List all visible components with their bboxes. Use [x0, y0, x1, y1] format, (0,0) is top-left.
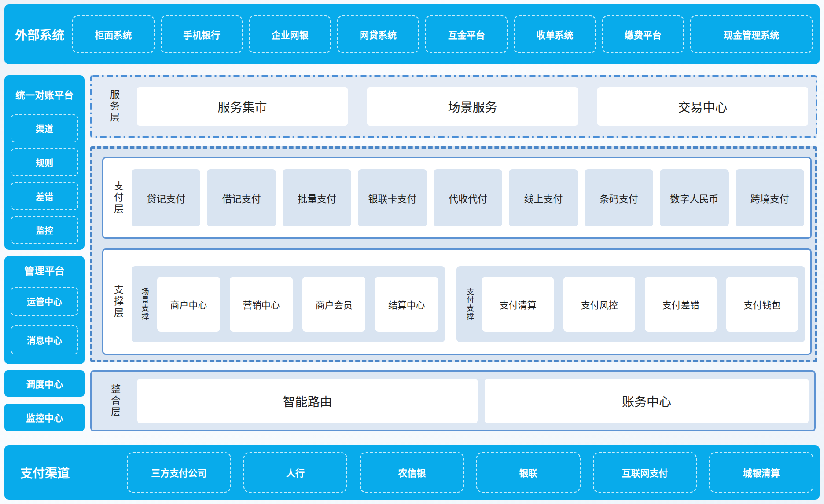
external-systems-bar: 外部系统 柜面系统 手机银行 企业网银 网贷系统 互金平台 收单系统 缴费平台 … — [4, 4, 820, 64]
payment-layer-items: 贷记支付 借记支付 批量支付 银联卡支付 代收代付 线上支付 条码支付 数字人民… — [132, 158, 810, 237]
payment-channels-title: 支付渠道 — [20, 464, 127, 481]
dispatch-center-box: 调度中心 — [4, 370, 85, 397]
payment-support-dashed-container: 支付层 贷记支付 借记支付 批量支付 银联卡支付 代收代付 线上支付 条码支付 … — [90, 146, 817, 362]
payment-item: 银联卡支付 — [358, 169, 427, 226]
support-layer-label: 支撑层 — [103, 250, 132, 354]
monitor-center-box: 监控中心 — [4, 404, 85, 431]
payment-layer-box: 支付层 贷记支付 借记支付 批量支付 银联卡支付 代收代付 线上支付 条码支付 … — [102, 157, 812, 239]
payment-support-item: 支付差错 — [645, 277, 717, 332]
payment-channel-item: 人行 — [243, 452, 348, 493]
payment-layer-label: 支付层 — [103, 158, 132, 237]
reconciliation-platform-block: 统一对账平台 渠道 规则 差错 监控 — [4, 75, 85, 250]
external-system-item: 收单系统 — [514, 15, 596, 53]
reconciliation-item: 监控 — [11, 216, 78, 244]
payment-item: 条码支付 — [585, 169, 653, 226]
scene-support-label: 场景支撑 — [132, 288, 157, 321]
payment-channel-item: 三方支付公司 — [127, 452, 231, 493]
support-layer-box: 支撑层 场景支撑 商户中心 营销中心 商户会员 结算中心 支付支撑 支付清算 — [102, 248, 812, 355]
payment-item: 数字人民币 — [660, 169, 728, 226]
external-systems-title: 外部系统 — [15, 26, 72, 43]
service-layer-panel: 服务层 服务集市 场景服务 交易中心 — [90, 75, 817, 138]
payment-support-items: 支付清算 支付风控 支付差错 支付钱包 — [482, 277, 805, 332]
reconciliation-item: 规则 — [11, 148, 78, 176]
management-item: 消息中心 — [11, 325, 78, 354]
payment-item: 代收代付 — [434, 169, 502, 226]
payment-channel-item: 城银清算 — [709, 452, 813, 493]
external-system-item: 缴费平台 — [602, 15, 684, 53]
payment-channel-item: 银联 — [476, 452, 581, 493]
external-system-item: 互金平台 — [425, 15, 508, 53]
payment-support-item: 支付风控 — [563, 277, 635, 332]
management-platform-title: 管理平台 — [11, 256, 78, 278]
integration-item: 智能路由 — [137, 379, 478, 423]
integration-layer-label: 整合层 — [92, 372, 137, 430]
dashdot-border — [90, 75, 817, 138]
payment-channels-bar: 支付渠道 三方支付公司 人行 农信银 银联 互联网支付 城银清算 — [4, 445, 820, 500]
payment-channels-items: 三方支付公司 人行 农信银 银联 互联网支付 城银清算 — [127, 452, 813, 493]
integration-item: 账务中心 — [485, 379, 809, 423]
external-system-item: 企业网银 — [249, 15, 331, 53]
payment-architecture-diagram: 外部系统 柜面系统 手机银行 企业网银 网贷系统 互金平台 收单系统 缴费平台 … — [0, 0, 824, 504]
reconciliation-item: 差错 — [11, 182, 78, 210]
payment-support-item: 支付清算 — [482, 277, 554, 332]
payment-channel-item: 互联网支付 — [593, 452, 697, 493]
scene-support-panel: 场景支撑 商户中心 营销中心 商户会员 结算中心 — [132, 266, 445, 342]
scene-support-items: 商户中心 营销中心 商户会员 结算中心 — [157, 277, 445, 332]
external-system-item: 现金管理系统 — [690, 15, 813, 53]
scene-support-item: 商户中心 — [157, 277, 220, 332]
management-platform-block: 管理平台 运管中心 消息中心 — [4, 256, 85, 364]
scene-support-item: 结算中心 — [375, 277, 438, 332]
payment-item: 跨境支付 — [736, 169, 804, 226]
external-systems-items: 柜面系统 手机银行 企业网银 网贷系统 互金平台 收单系统 缴费平台 现金管理系… — [72, 15, 813, 53]
scene-support-item: 商户会员 — [302, 277, 365, 332]
external-system-item: 手机银行 — [161, 15, 243, 53]
payment-support-label: 支付支撑 — [456, 288, 482, 321]
reconciliation-platform-title: 统一对账平台 — [11, 75, 78, 101]
integration-layer-box: 整合层 智能路由 账务中心 — [90, 370, 816, 431]
management-item: 运管中心 — [11, 287, 78, 316]
reconciliation-item: 渠道 — [11, 114, 78, 142]
external-system-item: 柜面系统 — [72, 15, 154, 53]
payment-item: 线上支付 — [509, 169, 578, 226]
scene-support-item: 营销中心 — [230, 277, 293, 332]
payment-item: 借记支付 — [207, 169, 276, 226]
external-system-item: 网贷系统 — [337, 15, 419, 53]
payment-channel-item: 农信银 — [360, 452, 464, 493]
payment-item: 批量支付 — [283, 169, 351, 226]
support-layer-panels: 场景支撑 商户中心 营销中心 商户会员 结算中心 支付支撑 支付清算 支付风控 … — [132, 250, 810, 354]
payment-item: 贷记支付 — [132, 169, 200, 226]
integration-layer-items: 智能路由 账务中心 — [137, 372, 814, 430]
payment-support-panel: 支付支撑 支付清算 支付风控 支付差错 支付钱包 — [456, 266, 805, 342]
payment-support-item: 支付钱包 — [726, 277, 798, 332]
